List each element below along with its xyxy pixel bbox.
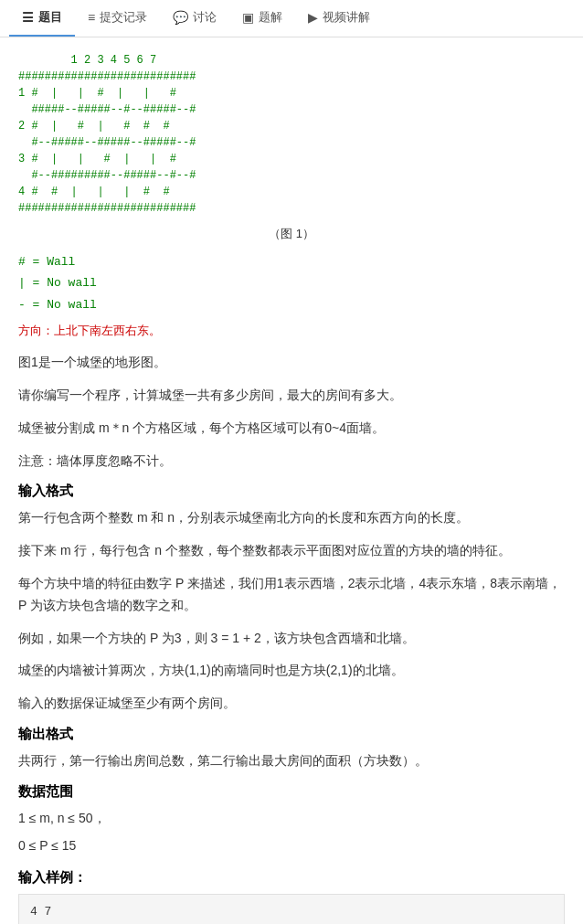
main-content: 1 2 3 4 5 6 7 ##########################… <box>0 37 583 924</box>
data-range-line1: 1 ≤ m, n ≤ 50， <box>18 808 565 830</box>
tab-discussion-label: 讨论 <box>193 9 217 26</box>
legend-hash: # = Wall <box>18 251 565 272</box>
intro-para-1: 图1是一个城堡的地形图。 <box>18 352 565 374</box>
tab-submissions[interactable]: ≡ 提交记录 <box>75 0 160 37</box>
tab-problem[interactable]: ☰ 题目 <box>9 0 75 37</box>
figure-caption: （图 1） <box>18 226 565 242</box>
legend-pipe: | = No wall <box>18 272 565 293</box>
tab-bar: ☰ 题目 ≡ 提交记录 💬 讨论 ▣ 题解 ▶ 视频讲解 <box>0 0 583 37</box>
output-format-title: 输出格式 <box>18 726 565 743</box>
input-line3: 每个方块中墙的特征由数字 P 来描述，我们用1表示西墙，2表示北墙，4表示东墙，… <box>18 573 565 617</box>
tab-solution-label: 题解 <box>259 9 282 26</box>
page-container: ☰ 题目 ≡ 提交记录 💬 讨论 ▣ 题解 ▶ 视频讲解 1 2 3 4 5 6… <box>0 0 583 924</box>
input-line2: 接下来 m 行，每行包含 n 个整数，每个整数都表示平面图对应位置的方块的墙的特… <box>18 540 565 562</box>
input-line4: 例如，如果一个方块的 P 为3，则 3 = 1 + 2，该方块包含西墙和北墙。 <box>18 628 565 650</box>
input-line1: 第一行包含两个整数 m 和 n，分别表示城堡南北方向的长度和东西方向的长度。 <box>18 507 565 529</box>
sample-input-title: 输入样例： <box>18 869 565 887</box>
tab-submissions-label: 提交记录 <box>100 9 147 26</box>
problem-icon: ☰ <box>22 10 34 25</box>
figure-code: 1 2 3 4 5 6 7 ##########################… <box>18 52 565 217</box>
sample-input-block: 4 7 11 6 11 6 3 10 6 7 9 6 13 5 15 5 1 1… <box>18 894 565 924</box>
tab-solution[interactable]: ▣ 题解 <box>229 0 295 37</box>
video-icon: ▶ <box>308 10 318 25</box>
input-format-title: 输入格式 <box>18 483 565 500</box>
data-range-title: 数据范围 <box>18 783 565 801</box>
intro-para-2: 请你编写一个程序，计算城堡一共有多少房间，最大的房间有多大。 <box>18 385 565 407</box>
solution-icon: ▣ <box>242 10 254 25</box>
direction-text: 方向：上北下南左西右东。 <box>18 323 565 339</box>
discussion-icon: 💬 <box>173 10 188 25</box>
input-line5: 城堡的内墙被计算两次，方块(1,1)的南墙同时也是方块(2,1)的北墙。 <box>18 660 565 682</box>
data-range-line2: 0 ≤ P ≤ 15 <box>18 835 565 857</box>
tab-discussion[interactable]: 💬 讨论 <box>160 0 229 37</box>
input-line6: 输入的数据保证城堡至少有两个房间。 <box>18 693 565 715</box>
submissions-icon: ≡ <box>88 10 95 25</box>
tab-problem-label: 题目 <box>38 9 62 26</box>
legend-block: # = Wall | = No wall - = No wall <box>18 251 565 315</box>
output-line1: 共两行，第一行输出房间总数，第二行输出最大房间的面积（方块数）。 <box>18 750 565 772</box>
legend-dash: - = No wall <box>18 294 565 315</box>
tab-video[interactable]: ▶ 视频讲解 <box>295 0 383 37</box>
intro-para-3: 城堡被分割成 m＊n 个方格区域，每个方格区域可以有0~4面墙。 <box>18 418 565 440</box>
tab-video-label: 视频讲解 <box>323 9 370 26</box>
note-para: 注意：墙体厚度忽略不计。 <box>18 451 565 473</box>
